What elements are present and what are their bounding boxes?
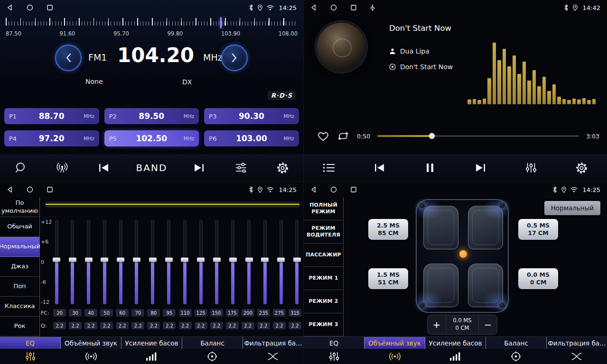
delay-rear-right-button[interactable]: 0.0 MS 0 CM xyxy=(518,268,558,289)
audio-tab[interactable]: EQ xyxy=(0,337,61,349)
equalizer-shortcut-button[interactable] xyxy=(522,162,541,173)
eq-band-slider[interactable] xyxy=(85,220,92,304)
band-fc-value[interactable]: 200 xyxy=(242,309,254,317)
preset-button[interactable]: P3 90.30 MHz xyxy=(204,108,299,124)
nav-recents-button[interactable] xyxy=(350,186,357,193)
nav-back-button[interactable] xyxy=(7,186,13,193)
frequency-ruler[interactable] xyxy=(6,17,298,29)
stage-preset-badge[interactable]: Нормальный xyxy=(544,201,600,215)
audio-tab[interactable]: Фильтрация ба… xyxy=(243,337,303,349)
settings-button[interactable] xyxy=(273,162,292,174)
eq-band-slider[interactable] xyxy=(149,220,156,304)
nav-home-button[interactable] xyxy=(27,186,33,193)
favorite-heart-icon[interactable] xyxy=(317,130,329,142)
eq-band-slider[interactable] xyxy=(294,220,300,304)
tab-surround-icon-button[interactable] xyxy=(61,352,121,361)
scan-button[interactable] xyxy=(11,162,30,174)
band-q-value[interactable]: 2.2 xyxy=(257,322,270,329)
slider-handle[interactable] xyxy=(229,257,237,262)
playlist-button[interactable] xyxy=(319,163,338,173)
slider-handle[interactable] xyxy=(101,257,108,262)
nav-back-button[interactable] xyxy=(310,186,317,193)
eq-band-slider[interactable] xyxy=(69,220,76,304)
slider-handle[interactable] xyxy=(245,257,253,262)
stage-mode-item[interactable]: ПОЛНЫЙ РЕЖИМ xyxy=(304,197,343,220)
previous-station-button[interactable] xyxy=(94,164,113,172)
equalizer-shortcut-button[interactable] xyxy=(232,163,251,173)
eq-preset-item[interactable]: Нормальный xyxy=(0,237,39,257)
next-track-button[interactable] xyxy=(471,164,490,172)
band-fc-value[interactable]: 50 xyxy=(100,309,113,317)
tab-balance-icon-button[interactable] xyxy=(182,351,243,362)
slider-handle[interactable] xyxy=(165,257,173,262)
band-fc-value[interactable]: 40 xyxy=(84,309,97,317)
audio-tab[interactable]: Баланс xyxy=(486,337,547,349)
band-fc-value[interactable]: 60 xyxy=(116,309,129,317)
preset-button[interactable]: P1 88.70 MHz xyxy=(4,108,99,124)
eq-preset-item[interactable]: Рок xyxy=(0,317,39,337)
band-q-value[interactable]: 2.2 xyxy=(100,322,113,329)
band-q-value[interactable]: 2.2 xyxy=(273,322,286,329)
band-fc-value[interactable]: 80 xyxy=(147,309,160,317)
stage-mode-item[interactable]: РЕЖИМ 3 xyxy=(304,313,343,337)
band-q-value[interactable]: 2.2 xyxy=(147,322,160,329)
tab-bass-boost-icon-button[interactable] xyxy=(121,352,182,361)
band-fc-value[interactable]: 315 xyxy=(289,309,301,317)
settings-button[interactable] xyxy=(572,162,591,174)
eq-band-slider[interactable] xyxy=(197,220,204,304)
audio-tab[interactable]: Усиление басов xyxy=(425,337,486,349)
band-fc-value[interactable]: 30 xyxy=(69,309,82,317)
band-fc-value[interactable]: 275 xyxy=(273,309,286,317)
delay-rear-left-button[interactable]: 1.5 MS 51 CM xyxy=(368,268,408,289)
audio-tab[interactable]: Объёмный звук xyxy=(364,337,425,349)
previous-track-button[interactable] xyxy=(370,164,389,172)
delay-increase-button[interactable]: + xyxy=(428,315,446,334)
band-fc-value[interactable]: 70 xyxy=(131,309,144,317)
band-q-value[interactable]: 2.2 xyxy=(116,322,129,329)
eq-band-slider[interactable] xyxy=(214,220,220,304)
band-fc-value[interactable]: 125 xyxy=(195,309,207,317)
eq-band-slider[interactable] xyxy=(261,220,268,304)
eq-band-slider[interactable] xyxy=(53,220,60,304)
stage-mode-item[interactable]: ПАССАЖИР xyxy=(304,244,343,267)
slider-handle[interactable] xyxy=(133,257,140,262)
slider-handle[interactable] xyxy=(293,257,301,262)
nav-recents-button[interactable] xyxy=(47,186,53,193)
band-q-value[interactable]: 2.2 xyxy=(69,322,82,329)
band-fc-value[interactable]: 235 xyxy=(257,309,270,317)
delay-front-left-button[interactable]: 2.5 MS 85 CM xyxy=(368,219,408,240)
preset-button[interactable]: P6 103.00 MHz xyxy=(204,130,299,146)
delay-decrease-button[interactable]: − xyxy=(479,315,497,334)
seek-bar-knob[interactable] xyxy=(429,133,435,139)
eq-band-slider[interactable] xyxy=(166,220,172,304)
tab-eq-icon-button[interactable] xyxy=(304,351,364,362)
eq-preset-item[interactable]: По умолчанию xyxy=(0,197,39,217)
eq-band-slider[interactable] xyxy=(246,220,252,304)
eq-band-slider[interactable] xyxy=(133,220,140,304)
slider-handle[interactable] xyxy=(149,257,157,262)
nav-recents-button[interactable] xyxy=(47,4,53,11)
eq-band-slider[interactable] xyxy=(117,220,124,304)
eq-preset-item[interactable]: Обычай xyxy=(0,217,39,237)
slider-handle[interactable] xyxy=(277,257,285,262)
band-q-value[interactable]: 2.2 xyxy=(195,322,207,329)
band-fc-value[interactable]: 20 xyxy=(53,309,66,317)
seek-bar[interactable] xyxy=(377,135,579,137)
delay-front-right-button[interactable]: 0.5 MS 17 CM xyxy=(518,219,558,240)
band-button[interactable]: BAND xyxy=(136,162,168,173)
band-q-value[interactable]: 2.2 xyxy=(226,322,239,329)
preset-button[interactable]: P5 102.50 MHz xyxy=(104,130,199,146)
slider-handle[interactable] xyxy=(53,257,60,262)
slider-handle[interactable] xyxy=(117,257,124,262)
audio-tab[interactable]: Усиление басов xyxy=(121,337,182,349)
pause-button[interactable] xyxy=(420,163,439,173)
eq-band-slider[interactable] xyxy=(101,220,108,304)
audio-tab[interactable]: EQ xyxy=(304,337,364,349)
stage-mode-item[interactable]: РЕЖИМ ВОДИТЕЛЯ xyxy=(304,220,343,244)
eq-band-slider[interactable] xyxy=(181,220,188,304)
repeat-icon[interactable] xyxy=(336,131,350,141)
nav-back-button[interactable] xyxy=(310,4,317,11)
tab-crossover-icon-button[interactable] xyxy=(546,352,607,361)
audio-tab[interactable]: Фильтрация ба… xyxy=(547,337,607,349)
band-q-value[interactable]: 2.2 xyxy=(242,322,254,329)
